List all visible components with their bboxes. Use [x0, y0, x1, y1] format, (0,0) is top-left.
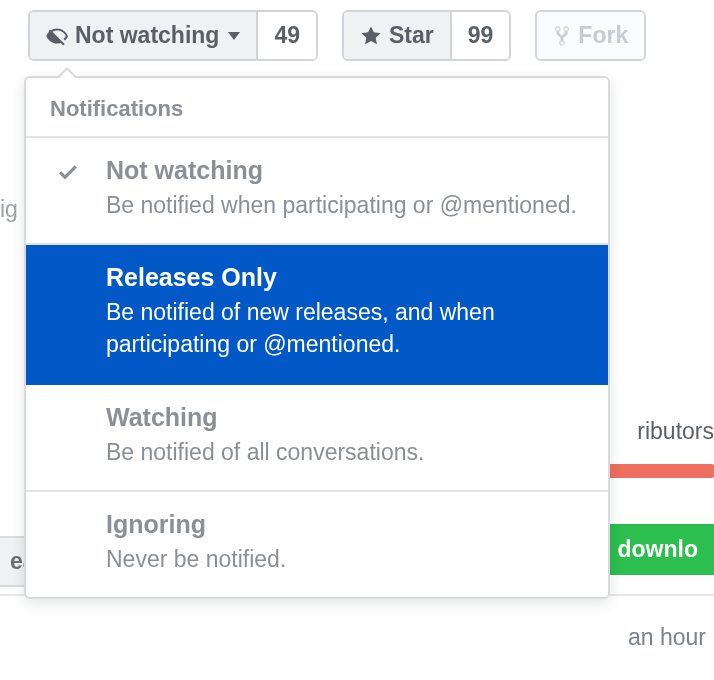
dropdown-item-title: Not watching: [106, 156, 584, 185]
watch-label: Not watching: [75, 22, 219, 49]
fork-group: Fork: [535, 10, 646, 61]
dropdown-item-ignoring[interactable]: Ignoring Never be notified.: [26, 492, 608, 597]
dropdown-item-desc: Be notified of all conversations.: [106, 436, 584, 468]
dropdown-item-desc: Never be notified.: [106, 543, 584, 575]
bg-lang-stripe-1: [594, 464, 714, 478]
chevron-down-icon: [228, 32, 240, 40]
dropdown-item-releases-only[interactable]: Releases Only Be notified of new release…: [26, 245, 608, 384]
star-count[interactable]: 99: [450, 12, 510, 59]
star-icon: [360, 25, 382, 47]
dropdown-item-title: Ignoring: [106, 510, 584, 539]
dropdown-header: Notifications: [26, 78, 608, 138]
dropdown-item-title: Watching: [106, 403, 584, 432]
bg-fragment: ig: [0, 196, 18, 223]
watch-group: Not watching 49: [28, 10, 318, 61]
watch-count[interactable]: 49: [256, 12, 316, 59]
fork-label: Fork: [578, 22, 628, 49]
check-icon: [56, 160, 80, 188]
dropdown-item-desc: Be notified of new releases, and when pa…: [106, 296, 584, 360]
mute-icon: [46, 25, 68, 47]
bg-download-button: downlo: [602, 524, 714, 575]
fork-icon: [553, 25, 571, 47]
star-button[interactable]: Star: [344, 12, 450, 59]
repo-action-toolbar: Not watching 49 Star 99 Fork: [28, 10, 646, 61]
dropdown-item-watching[interactable]: Watching Be notified of all conversation…: [26, 385, 608, 492]
bg-time-fragment: an hour: [628, 624, 706, 651]
star-group: Star 99: [342, 10, 511, 61]
star-label: Star: [389, 22, 434, 49]
notifications-dropdown: Notifications Not watching Be notified w…: [24, 76, 610, 599]
dropdown-item-desc: Be notified when participating or @menti…: [106, 189, 584, 221]
watch-button[interactable]: Not watching: [30, 12, 256, 59]
dropdown-item-not-watching[interactable]: Not watching Be notified when participat…: [26, 138, 608, 245]
fork-button[interactable]: Fork: [537, 12, 644, 59]
dropdown-item-title: Releases Only: [106, 263, 584, 292]
bg-contributors-fragment: ributors: [637, 418, 714, 445]
